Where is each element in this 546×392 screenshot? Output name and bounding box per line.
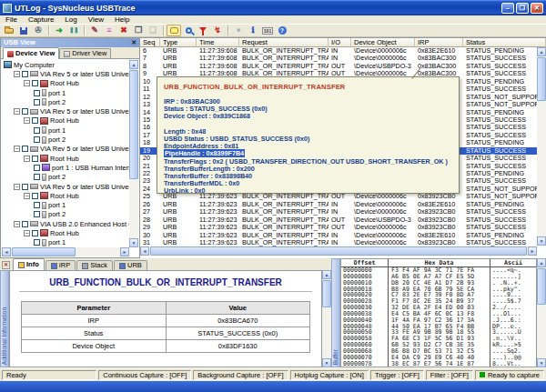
tab-irp[interactable]: IRP (46, 260, 76, 270)
checkbox[interactable] (22, 108, 28, 115)
menu-view[interactable]: View (83, 15, 109, 24)
details-row[interactable]: Device Object0x83DF1630 (22, 340, 310, 353)
help-button[interactable]: ? (275, 25, 289, 36)
hex-vertical-scrollbar[interactable]: ▲ ▼ (537, 258, 546, 367)
tab-urb[interactable]: URB (114, 260, 147, 270)
menu-file[interactable]: File (0, 15, 23, 24)
checkbox[interactable] (22, 146, 28, 152)
tree-item[interactable]: port 2 (2, 173, 129, 182)
tree-item[interactable]: −Root Hub (2, 116, 129, 126)
column-header-device[interactable]: Device Object (351, 38, 415, 47)
table-row[interactable]: 7URB11:27:39:608BULK_OR_INTERRUPT_TRANSF… (140, 55, 537, 62)
table-row[interactable]: 28URB11:27:39:623BULK_OR_INTERRUPT_TRANS… (140, 216, 537, 224)
scroll-left-icon[interactable]: ◄ (2, 247, 11, 256)
details-row[interactable]: StatusSTATUS_SUCCESS (0x0) (22, 327, 310, 340)
raw-data-button[interactable]: 101 (260, 25, 275, 36)
table-row[interactable]: 30URB11:27:39:623BULK_OR_INTERRUPT_TRANS… (140, 232, 537, 239)
expand-toggle-icon[interactable]: − (14, 108, 20, 115)
tab-stack[interactable]: Stack (76, 260, 113, 270)
tab-device-view[interactable]: Device View (3, 47, 59, 59)
expand-toggle-icon[interactable]: − (24, 193, 30, 199)
tab-info[interactable]: Info (13, 258, 45, 270)
checkbox[interactable] (34, 99, 40, 106)
tree-item[interactable]: port 1 (2, 88, 129, 97)
title-bar[interactable]: UTLog - SysNucleus USBTrace –❐✕ (0, 0, 546, 15)
tree-item[interactable]: port 1 (2, 238, 129, 247)
scroll-up-icon[interactable]: ▲ (537, 47, 546, 56)
tree-item[interactable]: −VIA Rev 5 or later USB Universal Host C (2, 145, 129, 154)
save-capture-button[interactable]: ✇ (31, 25, 46, 36)
log-horizontal-scrollbar[interactable]: ◄ ► (140, 246, 537, 256)
checkbox[interactable] (22, 221, 28, 227)
scroll-right-icon[interactable]: ► (528, 246, 537, 256)
expand-toggle-icon[interactable]: − (24, 156, 30, 162)
scroll-right-icon[interactable]: ► (120, 247, 129, 256)
column-header-type[interactable]: Type (160, 38, 197, 47)
tree-item[interactable]: −VIA Rev 5 or later USB Universal Host C (2, 69, 129, 78)
scroll-thumb[interactable] (322, 280, 331, 307)
tree-item[interactable]: port 2 (2, 135, 129, 144)
hex-row[interactable]: 0000007838 EC 87 E7 56 74 1E 878...Vt.. (341, 361, 536, 367)
log-vertical-scrollbar[interactable]: ▲ ▼ (537, 47, 546, 246)
column-header-request[interactable]: Request (239, 38, 329, 47)
tree-vertical-scrollbar[interactable]: ▲ ▼ (129, 60, 138, 247)
minimize-button[interactable]: – (501, 3, 514, 14)
filter-button[interactable] (196, 25, 210, 36)
maximize-button[interactable]: ❐ (516, 3, 529, 14)
report-button[interactable]: ❏ (146, 25, 160, 36)
checkbox[interactable] (34, 239, 40, 246)
checkbox[interactable] (34, 127, 40, 134)
scroll-down-icon[interactable]: ▼ (322, 358, 331, 367)
search-button[interactable] (181, 25, 196, 36)
checkbox[interactable] (32, 230, 38, 236)
expand-toggle-icon[interactable]: − (24, 117, 30, 124)
expand-toggle-icon[interactable]: − (24, 230, 30, 236)
tree-item[interactable]: −VIA USB 2.0 Enhanced Host Controller (2, 219, 129, 228)
usb-view-close-icon[interactable]: ✕ (131, 38, 136, 47)
menu-log[interactable]: Log (59, 15, 82, 24)
scroll-thumb[interactable] (150, 246, 527, 256)
edit-log-button[interactable]: ✎ (87, 25, 102, 36)
column-header-io[interactable]: I/O (329, 38, 351, 47)
expand-toggle-icon[interactable]: − (14, 71, 20, 77)
scroll-thumb[interactable] (129, 70, 138, 179)
column-header-time[interactable]: Time (197, 38, 239, 47)
tree-item[interactable]: −Root Hub (2, 191, 129, 200)
table-row[interactable]: 26URB11:27:39:623BULK_OR_INTERRUPT_TRANS… (140, 201, 537, 208)
checkbox[interactable] (34, 165, 40, 171)
save-log-button[interactable] (16, 25, 31, 36)
checkbox[interactable] (32, 156, 38, 162)
checkbox[interactable] (32, 117, 38, 124)
scroll-thumb[interactable] (537, 268, 546, 305)
tree-horizontal-scrollbar[interactable]: ◄ ► (2, 247, 129, 256)
close-button[interactable]: ✕ (531, 3, 543, 14)
trigger-button[interactable]: ↯ (210, 25, 225, 36)
menu-capture[interactable]: Capture (23, 15, 59, 24)
tree-item[interactable]: −Root Hub (2, 228, 129, 237)
scroll-down-icon[interactable]: ▼ (537, 358, 546, 367)
expand-toggle-icon[interactable]: − (14, 184, 20, 190)
scroll-up-icon[interactable]: ▲ (129, 60, 138, 69)
usb-devices-button[interactable]: ♆ (231, 25, 246, 36)
tree-item[interactable]: −VIA Rev 5 or later USB Universal Host C (2, 182, 129, 191)
checkbox[interactable] (22, 71, 28, 77)
details-vertical-scrollbar[interactable]: ▲ ▼ (322, 270, 331, 367)
table-row[interactable]: 29URB11:27:39:623BULK_OR_INTERRUPT_TRANS… (140, 224, 537, 231)
tab-driver-view[interactable]: Driver View (59, 48, 111, 58)
checkbox[interactable] (34, 136, 40, 143)
tree-item[interactable]: −VIA Rev 5 or later USB Universal Host C (2, 106, 129, 116)
expand-toggle-icon[interactable]: − (14, 146, 20, 152)
open-log-button[interactable] (2, 25, 16, 36)
tree-item[interactable]: port 2 (2, 210, 129, 219)
expand-toggle-icon[interactable]: − (24, 80, 30, 86)
scroll-thumb[interactable] (537, 57, 546, 101)
tree-item[interactable]: port 1 : USB Human Interface D (2, 163, 129, 172)
menu-help[interactable]: Help (109, 15, 135, 24)
scroll-thumb[interactable] (12, 247, 76, 256)
scroll-down-icon[interactable]: ▼ (537, 236, 546, 246)
tree-item[interactable]: port 2 (2, 97, 129, 106)
table-row[interactable]: 6URB11:27:39:608BULK_OR_INTERRUPT_TRANSF… (140, 47, 537, 55)
tree-item[interactable]: port 1 (2, 200, 129, 209)
scroll-up-icon[interactable]: ▲ (322, 270, 331, 279)
column-header-seq[interactable]: Seq (140, 38, 160, 47)
